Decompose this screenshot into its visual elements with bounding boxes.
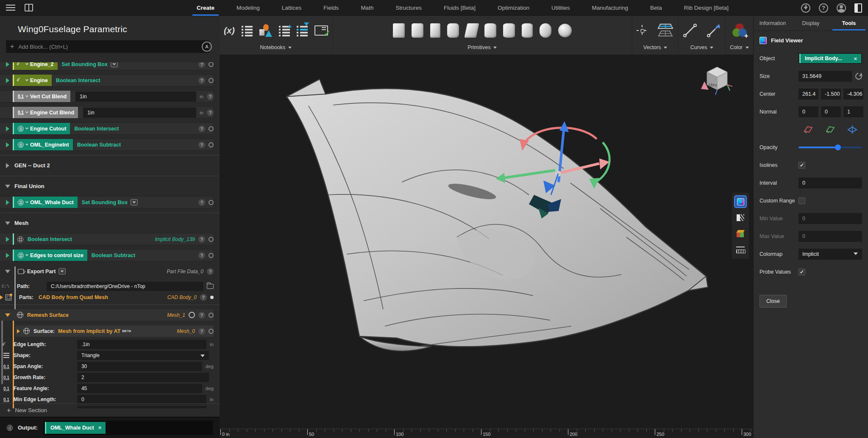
help-badge-icon[interactable]: ?: [198, 236, 205, 243]
auto-regen-icon[interactable]: A: [202, 42, 212, 52]
list-icon[interactable]: [242, 25, 253, 36]
center-x-input[interactable]: 261.4: [798, 89, 818, 100]
planes-icon[interactable]: [657, 23, 674, 38]
growth-rate-input[interactable]: 2: [77, 373, 209, 382]
expanded-triangle-icon[interactable]: [5, 270, 10, 273]
color-menu[interactable]: Color: [730, 44, 749, 50]
help-badge-icon[interactable]: ?: [198, 77, 205, 84]
help-badge-icon[interactable]: ?: [207, 93, 214, 100]
visibility-ring-icon[interactable]: [209, 200, 214, 205]
block-row-edges-to-control-size[interactable]: Edges to control size Boolean Subtract ?: [0, 249, 214, 261]
rounded-box-icon[interactable]: [447, 23, 459, 38]
tab-structures[interactable]: Structures: [384, 0, 433, 16]
param-row-feature-angle[interactable]: 0.1 Feature Angle: 45 deg: [0, 384, 214, 393]
slider-thumb[interactable]: [835, 144, 841, 150]
vector-arrow-icon[interactable]: [707, 23, 721, 38]
min-edge-length-input[interactable]: 0: [77, 395, 206, 404]
param-row-path[interactable]: C:\ Path: C:/Users/bradrothenberg/OneDri…: [0, 282, 214, 291]
expand-triangle-icon[interactable]: [17, 329, 20, 333]
axis-gizmo[interactable]: [496, 119, 623, 216]
path-input[interactable]: C:/Users/bradrothenberg/OneDrive - nTop: [47, 282, 203, 291]
block-row-oml-whale-duct[interactable]: OML_Whale Duct Set Bounding Box ?: [0, 197, 214, 208]
variable-icon[interactable]: (x): [224, 25, 235, 36]
notebook-check-icon[interactable]: ✓: [314, 25, 328, 36]
expand-triangle-icon[interactable]: [6, 200, 9, 205]
param-row-edge-length[interactable]: Edge Length: .1in in: [0, 340, 214, 349]
surface-value[interactable]: Mesh from Implicit by AT: [58, 328, 120, 334]
expand-triangle-icon[interactable]: [6, 62, 9, 67]
tab-manufacturing[interactable]: Manufacturing: [581, 0, 640, 16]
aircraft-model[interactable]: [220, 55, 753, 429]
sheared-box-icon[interactable]: [464, 23, 479, 38]
tab-optimization[interactable]: Optimization: [487, 0, 540, 16]
param-row-span-angle[interactable]: 0.1 Span Angle: 30 deg: [0, 362, 214, 371]
tab-rib-design[interactable]: Rib Design [Beta]: [673, 0, 740, 16]
cylinder-icon[interactable]: [484, 23, 496, 38]
param-row-engine-cut-blend[interactable]: 0.1 Engine Cut Blend 1in in ?: [0, 107, 214, 118]
help-icon[interactable]: ?: [819, 3, 828, 13]
collapsed-triangle-icon[interactable]: [6, 163, 9, 168]
param-row-vert-cut-blend[interactable]: 0.1 Vert Cut Blend 1in in ?: [0, 91, 214, 102]
param-row-surface[interactable]: Surface: Mesh from Implicit by AT BETA M…: [15, 325, 214, 337]
close-button[interactable]: Close: [760, 295, 787, 308]
center-z-input[interactable]: -4.306: [843, 89, 863, 100]
block-row-engine2[interactable]: Engine_2 Set Bounding Box ?: [0, 62, 214, 70]
tab-beta[interactable]: Beta: [639, 0, 673, 16]
help-badge-icon[interactable]: ?: [198, 62, 205, 68]
tab-create[interactable]: Create: [186, 0, 225, 16]
block-row-engine-cutout[interactable]: Engine Cutout Boolean Intersect ?: [0, 123, 214, 134]
section-final-union[interactable]: Final Union: [0, 180, 214, 192]
box-icon[interactable]: [393, 23, 405, 38]
help-badge-icon[interactable]: ?: [198, 252, 205, 259]
help-badge-icon[interactable]: ?: [198, 125, 205, 132]
bounding-box-dropdown[interactable]: [111, 62, 118, 67]
state-dot-icon[interactable]: [210, 296, 214, 299]
line-segment-icon[interactable]: [683, 23, 697, 38]
shapes-icon[interactable]: [259, 24, 272, 37]
expand-triangle-icon[interactable]: [6, 126, 9, 131]
parts-value[interactable]: CAD Body from Quad Mesh: [39, 294, 108, 300]
orientation-cube-icon[interactable]: [735, 228, 746, 239]
xz-plane-icon[interactable]: [825, 125, 836, 135]
visibility-ring-icon[interactable]: [209, 78, 214, 83]
section-cut-icon[interactable]: [735, 212, 746, 223]
remove-chip-icon[interactable]: ×: [854, 55, 857, 62]
block-row-remesh-surface[interactable]: Remesh Surface Mesh_1 ?: [0, 309, 214, 321]
interval-input[interactable]: 0: [798, 177, 862, 189]
add-block-input[interactable]: + Add Block... (Ctrl+L) A: [6, 40, 209, 53]
expand-triangle-icon[interactable]: [6, 142, 9, 147]
expand-triangle-icon[interactable]: [6, 253, 9, 258]
value-input[interactable]: 1in: [83, 108, 196, 118]
param-row-parts[interactable]: Parts: CAD Body from Quad Mesh CAD Body_…: [0, 293, 214, 302]
box2-icon[interactable]: [412, 23, 423, 38]
notebooks-menu[interactable]: Notebooks: [260, 44, 292, 50]
remove-chip-icon[interactable]: ×: [98, 424, 102, 431]
expand-triangle-icon[interactable]: [6, 78, 9, 83]
max-value-input[interactable]: 0: [798, 231, 862, 242]
box3-icon[interactable]: [430, 23, 440, 38]
help-badge-icon[interactable]: ?: [198, 141, 205, 148]
capsule-icon[interactable]: [540, 23, 551, 38]
block-row-export-part[interactable]: Export Part Part File Data_0 ?: [0, 266, 214, 277]
folder-browse-icon[interactable]: [207, 284, 214, 289]
visibility-ring-icon[interactable]: [209, 237, 214, 242]
new-section-button[interactable]: + New Section: [0, 403, 220, 417]
viewport-3d[interactable]: LEFT: [220, 55, 753, 429]
min-value-input[interactable]: 0: [798, 213, 862, 224]
tab-modeling[interactable]: Modeling: [225, 0, 271, 16]
section-mesh[interactable]: Mesh: [0, 217, 214, 229]
cylinder3-icon[interactable]: [522, 23, 533, 38]
color-icon[interactable]: +: [730, 22, 749, 39]
expanded-triangle-icon[interactable]: [5, 313, 10, 317]
yz-plane-icon[interactable]: [803, 125, 814, 135]
add-list-icon[interactable]: +: [279, 25, 290, 36]
curves-menu[interactable]: Curves: [690, 44, 714, 50]
expanded-triangle-icon[interactable]: [5, 222, 10, 225]
center-y-input[interactable]: -1.500: [821, 89, 841, 100]
block-op[interactable]: Boolean Subtract: [92, 252, 136, 258]
refresh-icon[interactable]: [854, 72, 864, 81]
value-input[interactable]: 1in: [75, 91, 196, 102]
output-chip[interactable]: OML_Whale Duct ×: [45, 422, 106, 434]
bounding-box-dropdown[interactable]: [131, 199, 138, 205]
edge-length-input[interactable]: .1in: [77, 340, 206, 349]
